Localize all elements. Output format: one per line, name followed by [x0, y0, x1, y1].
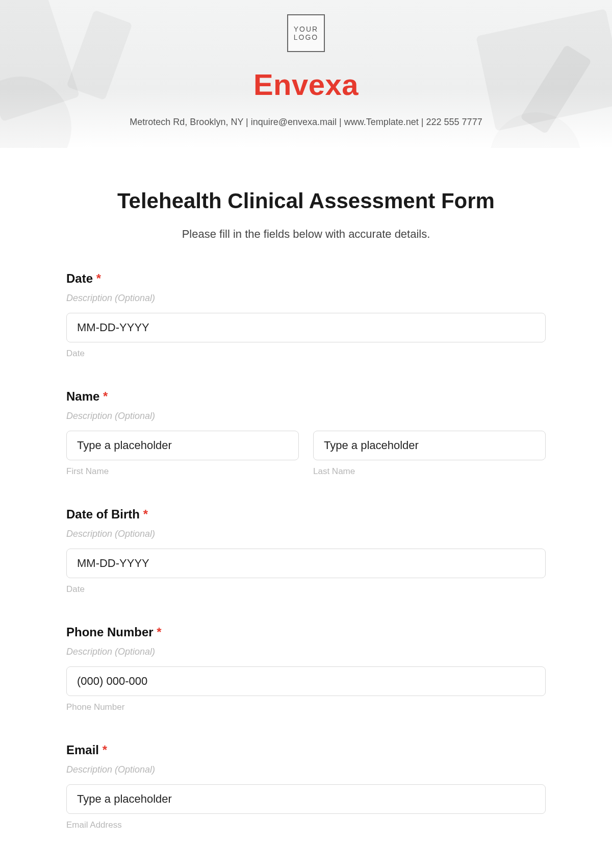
- field-dob: Date of Birth * Description (Optional) D…: [66, 507, 546, 594]
- label-text: Date: [66, 271, 93, 285]
- brand-name: Envexa: [0, 67, 612, 102]
- field-sublabel: Date: [66, 584, 546, 594]
- logo-text: YOUR LOGO: [294, 25, 318, 41]
- form-title: Telehealth Clinical Assessment Form: [66, 189, 546, 213]
- field-email: Email * Description (Optional) Email Add…: [66, 743, 546, 830]
- required-mark: *: [96, 271, 101, 285]
- email-input[interactable]: [66, 784, 546, 814]
- field-description[interactable]: Description (Optional): [66, 647, 546, 657]
- field-phone: Phone Number * Description (Optional) Ph…: [66, 625, 546, 712]
- field-sublabel: Date: [66, 349, 546, 359]
- field-sublabel: First Name: [66, 466, 299, 477]
- field-sublabel: Last Name: [313, 466, 546, 477]
- label-text: Phone Number: [66, 625, 154, 639]
- field-label: Phone Number *: [66, 625, 546, 639]
- date-input[interactable]: [66, 313, 546, 342]
- header-banner: YOUR LOGO Envexa Metrotech Rd, Brooklyn,…: [0, 0, 612, 148]
- required-mark: *: [143, 507, 148, 521]
- field-description[interactable]: Description (Optional): [66, 411, 546, 421]
- form-container: Telehealth Clinical Assessment Form Plea…: [0, 148, 612, 861]
- phone-input[interactable]: [66, 666, 546, 696]
- field-sublabel: Phone Number: [66, 702, 546, 712]
- contact-line: Metrotech Rd, Brooklyn, NY | inquire@env…: [0, 117, 612, 128]
- field-description[interactable]: Description (Optional): [66, 529, 546, 539]
- last-name-input[interactable]: [313, 431, 546, 460]
- field-name: Name * Description (Optional) First Name…: [66, 389, 546, 477]
- required-mark: *: [103, 743, 107, 757]
- field-date: Date * Description (Optional) Date: [66, 271, 546, 359]
- field-description[interactable]: Description (Optional): [66, 764, 546, 775]
- field-description[interactable]: Description (Optional): [66, 293, 546, 304]
- field-label: Date of Birth *: [66, 507, 546, 522]
- field-label: Name *: [66, 389, 546, 404]
- label-text: Name: [66, 389, 99, 403]
- dob-input[interactable]: [66, 549, 546, 578]
- label-text: Date of Birth: [66, 507, 140, 521]
- logo-placeholder: YOUR LOGO: [287, 14, 325, 52]
- field-sublabel: Email Address: [66, 820, 546, 830]
- form-subtitle: Please fill in the fields below with acc…: [66, 228, 546, 241]
- first-name-input[interactable]: [66, 431, 299, 460]
- field-label: Email *: [66, 743, 546, 757]
- field-label: Date *: [66, 271, 546, 286]
- required-mark: *: [103, 389, 108, 403]
- required-mark: *: [157, 625, 161, 639]
- label-text: Email: [66, 743, 99, 757]
